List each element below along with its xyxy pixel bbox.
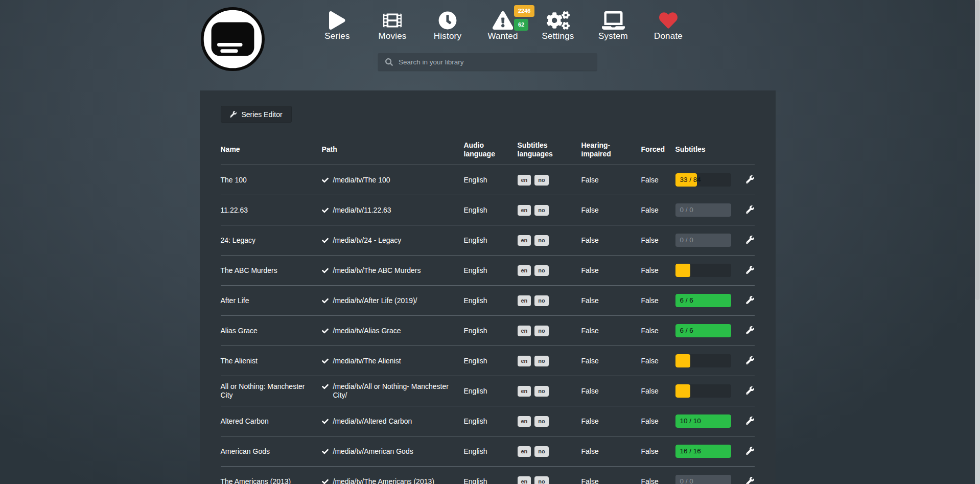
language-badge-no: no (534, 205, 548, 216)
edit-series-button[interactable] (745, 174, 755, 185)
language-badge-en: en (518, 356, 531, 366)
subtitles-progress-label: 0 / 0 (680, 203, 693, 217)
edit-series-button[interactable] (745, 295, 755, 305)
language-badge-en: en (518, 205, 531, 216)
nav-item-wanted[interactable]: Wanted 224662 (479, 6, 527, 41)
table-row: American Gods /media/tv/American Gods En… (221, 436, 755, 466)
language-badge-en: en (518, 326, 531, 336)
series-name-link[interactable]: After Life (221, 296, 322, 305)
forced-value: False (641, 327, 675, 335)
subtitles-languages: enno (518, 205, 581, 216)
table-row: 24: Legacy /media/tv/24 - Legacy English… (221, 225, 755, 255)
series-editor-label: Series Editor (242, 110, 283, 119)
series-path: /media/tv/All or Nothing- Manchester Cit… (322, 382, 464, 400)
audio-language: English (464, 387, 518, 396)
nav-item-system[interactable]: System (589, 6, 637, 41)
language-badge-no: no (534, 416, 548, 427)
forced-value: False (641, 387, 675, 396)
series-path: /media/tv/After Life (2019)/ (322, 296, 464, 305)
series-editor-button[interactable]: Series Editor (221, 106, 292, 123)
edit-series-button[interactable] (745, 204, 755, 215)
header-audio-language: Audio language (464, 141, 518, 159)
main-navigation: Series Movies History Wanted 224662 Sett… (313, 6, 692, 41)
subtitles-languages: enno (518, 476, 581, 484)
subtitles-progress-label: 0 / 0 (680, 475, 693, 484)
library-search (378, 53, 597, 71)
language-badge-no: no (534, 295, 548, 306)
series-name-link[interactable]: 11.22.63 (221, 206, 322, 215)
edit-series-button[interactable] (745, 355, 755, 365)
series-name-link[interactable]: The Alienist (221, 357, 322, 365)
nav-item-series[interactable]: Series (313, 6, 361, 41)
language-badge-en: en (518, 446, 531, 457)
edit-series-button[interactable] (745, 476, 755, 484)
subtitles-progress-label: 0 / 0 (680, 234, 693, 247)
series-name-link[interactable]: Altered Carbon (221, 417, 322, 426)
check-icon (322, 358, 329, 364)
table-header: Name Path Audio language Subtitles langu… (221, 135, 755, 165)
series-editor-panel: Series Editor Name Path Audio language S… (200, 90, 776, 484)
check-icon (322, 383, 329, 390)
audio-language: English (464, 357, 518, 365)
bazarr-logo[interactable] (200, 7, 265, 72)
gears-icon (547, 11, 570, 30)
series-name-link[interactable]: All or Nothing: Manchester City (221, 382, 322, 400)
subtitles-languages: enno (518, 446, 581, 457)
series-name-link[interactable]: The ABC Murders (221, 266, 322, 275)
series-name-link[interactable]: The Americans (2013) (221, 477, 322, 484)
series-path: /media/tv/11.22.63 (322, 206, 464, 215)
subtitles-cell: 6 / 6 (675, 294, 743, 307)
search-input[interactable] (398, 58, 597, 66)
series-name-link[interactable]: The 100 (221, 176, 322, 185)
subtitles-languages: enno (518, 386, 581, 397)
forced-value: False (641, 357, 675, 365)
edit-series-button[interactable] (745, 265, 755, 275)
wrench-icon (746, 236, 754, 244)
table-row: Alias Grace /media/tv/Alias Grace Englis… (221, 315, 755, 345)
laptop-icon (602, 11, 625, 30)
language-badge-en: en (518, 265, 531, 276)
language-badge-no: no (534, 446, 548, 457)
edit-series-button[interactable] (745, 235, 755, 245)
nav-item-history[interactable]: History (424, 6, 472, 41)
subtitles-progress-label: 6 / 6 (680, 294, 693, 307)
subtitles-progress-label: 6 / 6 (680, 324, 693, 337)
hearing-impaired-value: False (581, 327, 641, 335)
subtitles-languages: enno (518, 175, 581, 186)
table-row: The 100 /media/tv/The 100 English enno F… (221, 165, 755, 195)
check-icon (322, 297, 329, 304)
wrench-icon (746, 266, 754, 274)
header-path: Path (322, 145, 464, 154)
subtitles-cell: 0 / 0 (675, 475, 743, 484)
subtitles-progress-bar (675, 354, 731, 367)
subtitles-progress-label: 10 / 10 (680, 414, 701, 428)
table-row: 11.22.63 /media/tv/11.22.63 English enno… (221, 195, 755, 225)
edit-series-button[interactable] (745, 385, 755, 396)
nav-item-movies[interactable]: Movies (368, 6, 416, 41)
series-path: /media/tv/American Gods (322, 447, 464, 456)
forced-value: False (641, 236, 675, 245)
series-name-link[interactable]: American Gods (221, 447, 322, 456)
subtitles-languages: enno (518, 295, 581, 306)
wrench-icon (230, 111, 237, 118)
edit-series-button[interactable] (745, 416, 755, 426)
nav-item-donate[interactable]: Donate (644, 6, 692, 41)
hearing-impaired-value: False (581, 296, 641, 305)
scrollbar-thumb[interactable] (975, 0, 979, 300)
series-name-link[interactable]: 24: Legacy (221, 236, 322, 245)
audio-language: English (464, 236, 518, 245)
clock-icon (438, 11, 457, 30)
subtitles-progress-bar: 33 / 84 (675, 173, 731, 187)
vertical-scrollbar[interactable] (975, 0, 980, 484)
edit-series-button[interactable] (745, 325, 755, 335)
check-icon (322, 237, 329, 244)
forced-value: False (641, 206, 675, 215)
subtitles-languages: enno (518, 416, 581, 427)
series-name-link[interactable]: Alias Grace (221, 327, 322, 335)
subtitles-cell: 0 / 0 (675, 234, 743, 247)
edit-series-button[interactable] (745, 446, 755, 456)
nav-item-settings[interactable]: Settings (534, 6, 582, 41)
check-icon (322, 478, 329, 484)
language-badge-en: en (518, 476, 531, 484)
wrench-icon (746, 417, 754, 425)
